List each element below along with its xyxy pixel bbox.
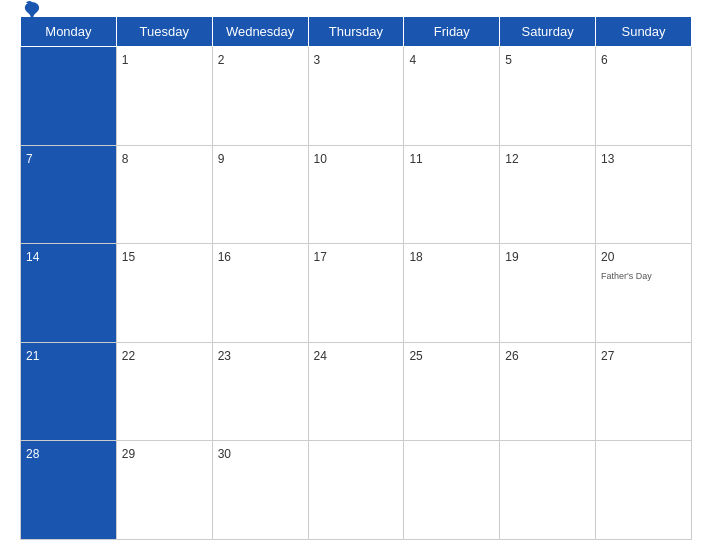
calendar-day: 28	[21, 441, 117, 540]
day-number: 26	[505, 349, 518, 363]
calendar-day: 29	[116, 441, 212, 540]
day-event: Father's Day	[601, 271, 652, 281]
calendar-day: 14	[21, 244, 117, 343]
day-number: 8	[122, 152, 129, 166]
calendar-day: 30	[212, 441, 308, 540]
day-number: 30	[218, 447, 231, 461]
calendar-day: 13	[596, 145, 692, 244]
day-number: 1	[122, 53, 129, 67]
day-number: 4	[409, 53, 416, 67]
calendar-day: 20Father's Day	[596, 244, 692, 343]
calendar-day: 6	[596, 47, 692, 146]
day-number: 23	[218, 349, 231, 363]
weekday-header-wednesday: Wednesday	[212, 17, 308, 47]
day-number: 12	[505, 152, 518, 166]
calendar-day: 3	[308, 47, 404, 146]
day-number: 7	[26, 152, 33, 166]
day-number: 25	[409, 349, 422, 363]
calendar-day: 8	[116, 145, 212, 244]
day-number: 13	[601, 152, 614, 166]
weekday-header-sunday: Sunday	[596, 17, 692, 47]
weekday-header-friday: Friday	[404, 17, 500, 47]
calendar-day: 22	[116, 342, 212, 441]
day-number: 20	[601, 250, 614, 264]
calendar-week-5: 282930	[21, 441, 692, 540]
calendar-day: 12	[500, 145, 596, 244]
calendar-day: 9	[212, 145, 308, 244]
calendar-day	[404, 441, 500, 540]
calendar-day: 5	[500, 47, 596, 146]
calendar-day	[308, 441, 404, 540]
day-number: 16	[218, 250, 231, 264]
weekday-header-thursday: Thursday	[308, 17, 404, 47]
day-number: 27	[601, 349, 614, 363]
calendar-day	[21, 47, 117, 146]
calendar-header-row: MondayTuesdayWednesdayThursdayFridaySatu…	[21, 17, 692, 47]
day-number: 19	[505, 250, 518, 264]
calendar-week-1: 123456	[21, 47, 692, 146]
calendar-day: 17	[308, 244, 404, 343]
day-number: 15	[122, 250, 135, 264]
calendar-day: 23	[212, 342, 308, 441]
calendar-day: 27	[596, 342, 692, 441]
calendar-day: 2	[212, 47, 308, 146]
calendar-day: 24	[308, 342, 404, 441]
day-number: 29	[122, 447, 135, 461]
day-number: 17	[314, 250, 327, 264]
calendar-day	[596, 441, 692, 540]
day-number: 6	[601, 53, 608, 67]
day-number: 14	[26, 250, 39, 264]
logo-bird-icon	[22, 0, 42, 20]
day-number: 2	[218, 53, 225, 67]
calendar-day: 15	[116, 244, 212, 343]
weekday-header-tuesday: Tuesday	[116, 17, 212, 47]
calendar-day: 25	[404, 342, 500, 441]
day-number: 11	[409, 152, 422, 166]
calendar-day: 4	[404, 47, 500, 146]
day-number: 22	[122, 349, 135, 363]
calendar-week-3: 14151617181920Father's Day	[21, 244, 692, 343]
day-number: 18	[409, 250, 422, 264]
weekday-header-saturday: Saturday	[500, 17, 596, 47]
day-number: 3	[314, 53, 321, 67]
calendar-table: MondayTuesdayWednesdayThursdayFridaySatu…	[20, 16, 692, 540]
day-number: 21	[26, 349, 39, 363]
calendar-day: 19	[500, 244, 596, 343]
day-number: 24	[314, 349, 327, 363]
day-number: 9	[218, 152, 225, 166]
calendar-day: 18	[404, 244, 500, 343]
calendar-day: 1	[116, 47, 212, 146]
calendar-day: 26	[500, 342, 596, 441]
day-number: 28	[26, 447, 39, 461]
calendar-day: 16	[212, 244, 308, 343]
day-number: 10	[314, 152, 327, 166]
logo	[20, 0, 42, 20]
calendar-day: 11	[404, 145, 500, 244]
calendar-day: 10	[308, 145, 404, 244]
calendar-day: 21	[21, 342, 117, 441]
calendar-day: 7	[21, 145, 117, 244]
calendar-week-2: 78910111213	[21, 145, 692, 244]
weekday-header-monday: Monday	[21, 17, 117, 47]
calendar-day	[500, 441, 596, 540]
calendar-week-4: 21222324252627	[21, 342, 692, 441]
day-number: 5	[505, 53, 512, 67]
